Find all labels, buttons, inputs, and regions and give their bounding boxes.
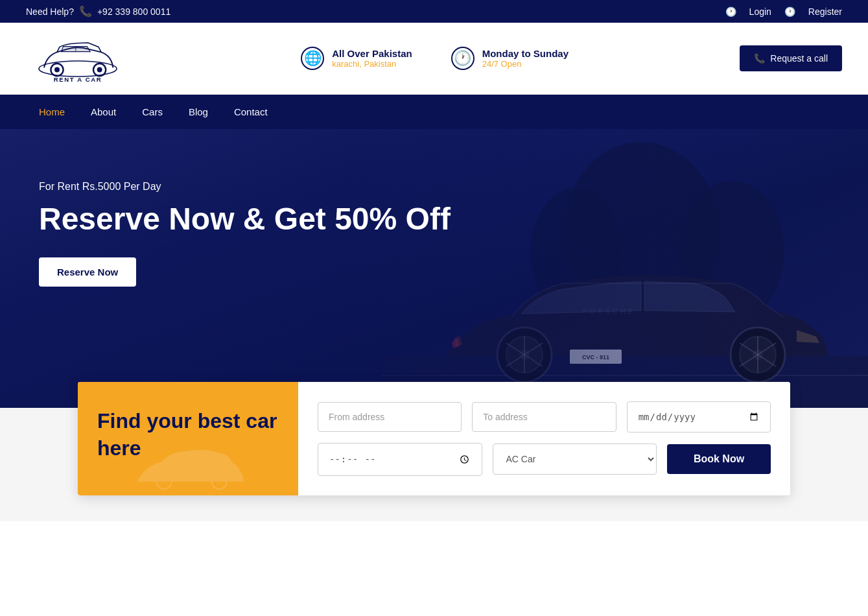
clock-icon-header: 🕐 [451, 47, 475, 70]
clock-icon-2: 🕐 [784, 6, 795, 17]
from-address-input[interactable] [318, 402, 462, 432]
phone-link[interactable]: +92 339 800 0011 [97, 6, 170, 17]
to-address-input[interactable] [472, 402, 616, 432]
svg-point-4 [97, 67, 102, 73]
logo-svg: RENT A CAR [26, 32, 130, 84]
booking-wrapper: Find your best car here AC Car Non-AC Ca… [0, 382, 868, 521]
main-nav: Home About Cars Blog Contact [0, 95, 868, 129]
nav-about[interactable]: About [78, 95, 129, 129]
login-link[interactable]: Login [749, 6, 771, 17]
booking-section: Find your best car here AC Car Non-AC Ca… [78, 382, 790, 495]
phone-icon-btn: 📞 [754, 53, 765, 64]
svg-text:RENT A CAR: RENT A CAR [54, 76, 102, 83]
booking-right-panel: AC Car Non-AC Car SUV Book Now [298, 382, 790, 495]
booking-left-panel: Find your best car here [78, 382, 298, 495]
hero-subtitle: For Rent Rs.5000 Per Day [39, 181, 829, 193]
nav-cars[interactable]: Cars [129, 95, 176, 129]
nav-blog[interactable]: Blog [176, 95, 221, 129]
header: RENT A CAR 🌐 All Over Pakistan karachi, … [0, 23, 868, 95]
help-text: Need Help? [26, 6, 74, 17]
location-title: All Over Pakistan [332, 48, 412, 59]
clock-icon: 🕐 [725, 6, 736, 17]
booking-row-2: AC Car Non-AC Car SUV Book Now [318, 443, 771, 476]
register-link[interactable]: Register [808, 6, 842, 17]
car-type-select[interactable]: AC Car Non-AC Car SUV [493, 444, 657, 475]
request-call-label: Request a call [770, 53, 828, 64]
hours-text: Monday to Sunday 24/7 Open [482, 48, 569, 69]
journey-time-input[interactable] [318, 443, 482, 476]
request-call-button[interactable]: 📞 Request a call [740, 45, 842, 71]
hours-info: 🕐 Monday to Sunday 24/7 Open [451, 47, 569, 70]
top-bar-left: Need Help? 📞 +92 339 800 0011 [26, 5, 170, 18]
phone-icon: 📞 [79, 5, 92, 18]
reserve-now-button[interactable]: Reserve Now [39, 257, 136, 287]
hours-sub: 24/7 Open [482, 59, 569, 69]
globe-icon: 🌐 [301, 47, 324, 70]
booking-title: Find your best car here [97, 408, 279, 462]
booking-row-1 [318, 401, 771, 432]
svg-point-2 [54, 67, 60, 73]
location-sub: karachi, Pakistan [332, 59, 412, 69]
top-bar-right: 🕐 Login 🕐 Register [725, 6, 842, 17]
hero-title: Reserve Now & Get 50% Off [39, 200, 829, 238]
logo: RENT A CAR [26, 32, 130, 84]
location-text: All Over Pakistan karachi, Pakistan [332, 48, 412, 69]
header-info: 🌐 All Over Pakistan karachi, Pakistan 🕐 … [301, 47, 569, 70]
book-now-button[interactable]: Book Now [667, 444, 771, 474]
top-bar: Need Help? 📞 +92 339 800 0011 🕐 Login 🕐 … [0, 0, 868, 23]
nav-contact[interactable]: Contact [221, 95, 281, 129]
nav-home[interactable]: Home [26, 95, 78, 129]
date-input[interactable] [627, 401, 771, 432]
hero-content: For Rent Rs.5000 Per Day Reserve Now & G… [0, 129, 868, 338]
hero-section: PORSCHE CVC - 911 For [0, 129, 868, 408]
hours-title: Monday to Sunday [482, 48, 569, 59]
location-info: 🌐 All Over Pakistan karachi, Pakistan [301, 47, 412, 70]
